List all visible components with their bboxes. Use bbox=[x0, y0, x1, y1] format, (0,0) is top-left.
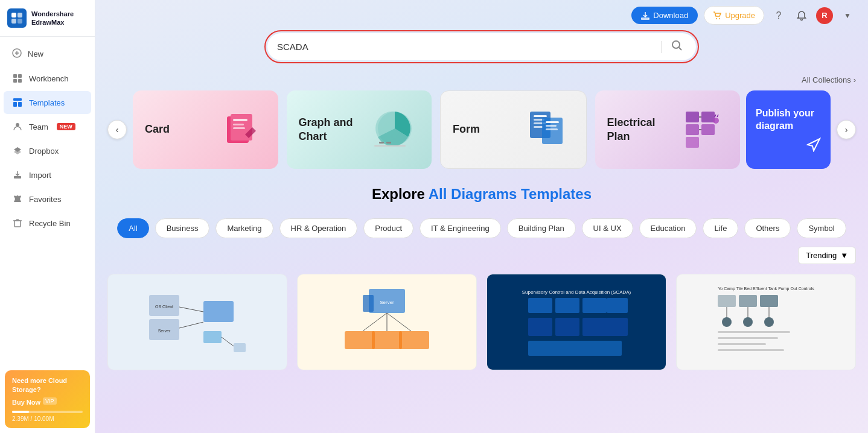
import-label: Import bbox=[29, 171, 51, 180]
carousel-cards: Card Graph and Chart bbox=[133, 90, 740, 169]
svg-rect-39 bbox=[546, 125, 557, 127]
filter-tag-building-plan[interactable]: Building Plan bbox=[507, 218, 576, 238]
thumb-img-1: OS Client Server bbox=[108, 274, 287, 370]
filter-tag-product[interactable]: Product bbox=[363, 218, 413, 238]
svg-rect-13 bbox=[18, 102, 22, 107]
card-label: Card bbox=[145, 122, 170, 136]
svg-rect-16 bbox=[14, 221, 21, 227]
sidebar-item-favorites[interactable]: Favorites bbox=[4, 188, 91, 210]
sidebar-item-dropbox[interactable]: Dropbox bbox=[4, 139, 91, 162]
dropbox-label: Dropbox bbox=[29, 147, 59, 156]
svg-rect-82 bbox=[739, 295, 757, 307]
filter-tag-life[interactable]: Life bbox=[703, 218, 738, 238]
search-icon bbox=[671, 39, 683, 51]
storage-buy-button[interactable]: Buy Now bbox=[12, 399, 40, 406]
new-label: New bbox=[28, 49, 43, 58]
sidebar-item-templates[interactable]: Templates bbox=[4, 91, 91, 114]
sidebar: Wondershare EdrawMax New bbox=[0, 0, 95, 433]
svg-line-57 bbox=[179, 322, 203, 328]
svg-rect-2 bbox=[11, 19, 16, 24]
svg-text:OS Client: OS Client bbox=[155, 305, 173, 309]
electrical-plan-label: Electrical Plan bbox=[607, 116, 668, 144]
dropbox-icon bbox=[12, 145, 23, 156]
svg-rect-0 bbox=[11, 13, 16, 17]
sidebar-item-import[interactable]: Import bbox=[4, 163, 91, 186]
filter-tag-hr-operation[interactable]: HR & Operation bbox=[279, 218, 358, 238]
favorites-icon bbox=[12, 194, 23, 204]
svg-rect-75 bbox=[607, 298, 628, 313]
template-card-graph-chart[interactable]: Graph and Chart bbox=[287, 90, 432, 169]
svg-rect-25 bbox=[233, 119, 247, 121]
svg-rect-78 bbox=[582, 318, 628, 336]
svg-text:Server: Server bbox=[380, 300, 394, 305]
svg-rect-7 bbox=[13, 74, 17, 78]
template-thumb-2[interactable]: Server bbox=[297, 274, 477, 370]
storage-widget[interactable]: Need more Cloud Storage? Buy Now VIP 2.3… bbox=[5, 370, 90, 428]
avatar[interactable]: R bbox=[816, 7, 833, 24]
svg-point-88 bbox=[743, 317, 753, 327]
team-icon bbox=[12, 121, 23, 132]
svg-rect-45 bbox=[701, 124, 715, 135]
search-input[interactable] bbox=[277, 42, 657, 52]
svg-rect-81 bbox=[718, 295, 736, 307]
svg-rect-67 bbox=[345, 331, 375, 349]
template-thumb-1[interactable]: OS Client Server bbox=[107, 274, 287, 370]
template-carousel: ‹ Card Graph and Chart bbox=[95, 90, 868, 169]
sidebar-item-team[interactable]: Team NEW bbox=[4, 115, 91, 138]
template-card-electrical-plan[interactable]: Electrical Plan bbox=[595, 90, 741, 169]
svg-rect-76 bbox=[528, 318, 552, 336]
new-button[interactable]: New bbox=[4, 42, 91, 66]
svg-rect-9 bbox=[13, 79, 17, 83]
upgrade-button[interactable]: Upgrade bbox=[704, 6, 764, 25]
search-box bbox=[267, 33, 696, 60]
filter-tag-education[interactable]: Education bbox=[639, 218, 697, 238]
template-thumb-4[interactable]: Yo Camp Tile Bed Effluent Tank Pump Out … bbox=[676, 274, 856, 370]
help-icon[interactable]: ? bbox=[770, 7, 787, 24]
bell-icon[interactable] bbox=[793, 7, 810, 24]
svg-line-49 bbox=[715, 115, 716, 117]
collections-header: All Collections › bbox=[95, 75, 868, 90]
filter-tag-it-engineering[interactable]: IT & Engineering bbox=[420, 218, 501, 238]
svg-rect-26 bbox=[233, 124, 244, 125]
svg-rect-73 bbox=[555, 298, 579, 313]
filter-tag-others[interactable]: Others bbox=[744, 218, 791, 238]
templates-grid: OS Client Server Server bbox=[95, 269, 868, 382]
template-card-card[interactable]: Card bbox=[133, 90, 278, 169]
search-divider bbox=[662, 41, 662, 53]
svg-rect-44 bbox=[701, 112, 715, 122]
topbar: Download Upgrade ? R ▼ bbox=[619, 0, 868, 31]
template-card-form[interactable]: Form bbox=[440, 90, 587, 169]
chevron-down-icon[interactable]: ▼ bbox=[839, 7, 856, 24]
all-collections-link[interactable]: All Collections › bbox=[802, 75, 856, 84]
logo-area: Wondershare EdrawMax bbox=[0, 0, 95, 37]
svg-point-21 bbox=[672, 41, 680, 48]
carousel-prev-button[interactable]: ‹ bbox=[107, 120, 127, 139]
trending-select[interactable]: Trending ▼ bbox=[798, 247, 856, 264]
svg-text:Server: Server bbox=[158, 329, 171, 333]
svg-rect-62 bbox=[363, 295, 374, 312]
publish-banner[interactable]: Publish your diagram bbox=[746, 90, 831, 169]
search-button[interactable] bbox=[667, 38, 686, 55]
chevron-down-icon: ▼ bbox=[840, 251, 848, 260]
svg-line-50 bbox=[717, 115, 718, 117]
carousel-next-button[interactable]: › bbox=[837, 120, 856, 139]
svg-line-64 bbox=[363, 313, 387, 331]
sidebar-item-workbench[interactable]: Workbench bbox=[4, 67, 91, 90]
svg-point-20 bbox=[719, 18, 720, 19]
filter-tag-symbol[interactable]: Symbol bbox=[797, 218, 846, 238]
svg-rect-79 bbox=[528, 341, 622, 356]
template-thumb-3[interactable]: Supervisory Control and Data Acquisition… bbox=[487, 274, 666, 370]
storage-title: Need more Cloud Storage? bbox=[12, 376, 83, 394]
filter-tag-business[interactable]: Business bbox=[155, 218, 210, 238]
filter-tag-marketing[interactable]: Marketing bbox=[215, 218, 273, 238]
svg-point-48 bbox=[713, 118, 719, 124]
form-label: Form bbox=[453, 122, 480, 136]
download-button[interactable]: Download bbox=[631, 7, 698, 24]
svg-line-22 bbox=[679, 48, 682, 51]
filter-tag-all[interactable]: All bbox=[117, 218, 148, 238]
sidebar-item-recycle[interactable]: Recycle Bin bbox=[4, 212, 91, 235]
filter-tag-ui-ux[interactable]: UI & UX bbox=[582, 218, 633, 238]
svg-rect-60 bbox=[234, 343, 246, 352]
svg-rect-72 bbox=[528, 298, 552, 313]
svg-rect-68 bbox=[372, 331, 402, 349]
